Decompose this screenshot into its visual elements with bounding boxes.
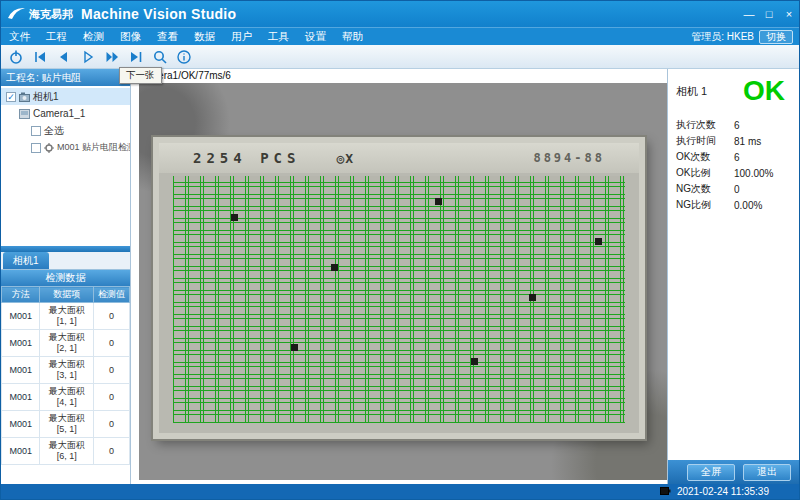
- table-row[interactable]: M001最大面积 [5, 1]0: [2, 411, 130, 438]
- menu-item-inspect[interactable]: 检测: [75, 28, 112, 45]
- menu-item-settings[interactable]: 设置: [297, 28, 334, 45]
- table-cell: M001: [2, 330, 40, 357]
- logo-icon: [6, 5, 26, 23]
- table-cell: 最大面积 [1, 1]: [40, 303, 94, 330]
- board-top-strip: 2254 PCS ◎X 8894-88: [159, 143, 639, 173]
- tree-item-m001[interactable]: M001 贴片电阻检测: [1, 139, 130, 156]
- table-cell: 0: [94, 411, 130, 438]
- stat-label: 执行时间: [676, 134, 734, 148]
- toolbar: 下一张: [1, 45, 799, 69]
- detection-table-body: M001最大面积 [1, 1]0M001最大面积 [2, 1]0M001最大面积…: [2, 303, 130, 465]
- column-header-item: 数据项: [40, 287, 94, 303]
- menu-item-data[interactable]: 数据: [186, 28, 223, 45]
- tree-item-camera1[interactable]: ✓ 相机1: [1, 88, 130, 105]
- project-header: 工程名: 贴片电阻: [1, 69, 130, 86]
- tape-hole: [331, 264, 338, 271]
- table-row[interactable]: M001最大面积 [2, 1]0: [2, 330, 130, 357]
- run-icon[interactable]: [77, 47, 99, 67]
- table-cell: 最大面积 [2, 1]: [40, 330, 94, 357]
- window-controls: — □ ×: [739, 4, 799, 24]
- table-cell: 最大面积 [6, 1]: [40, 438, 94, 465]
- table-cell: M001: [2, 384, 40, 411]
- prev-frame-icon[interactable]: [53, 47, 75, 67]
- checkbox-checked-icon[interactable]: ✓: [6, 92, 16, 102]
- tooltip-next-image: 下一张: [119, 67, 162, 84]
- result-button-bar: 全屏 退出: [668, 460, 799, 484]
- detection-table-wrap: 方法 数据项 检测值 M001最大面积 [1, 1]0M001最大面积 [2, …: [1, 286, 130, 484]
- stat-label: OK比例: [676, 166, 734, 180]
- menu-item-image[interactable]: 图像: [112, 28, 149, 45]
- menu-item-tools[interactable]: 工具: [260, 28, 297, 45]
- tape-hole: [435, 198, 442, 205]
- menu-item-project[interactable]: 工程: [38, 28, 75, 45]
- tape-hole: [595, 238, 602, 245]
- table-cell: 最大面积 [4, 1]: [40, 384, 94, 411]
- menubar-right: 管理员: HKEB 切换: [691, 30, 799, 44]
- camera-icon: [19, 92, 30, 102]
- checkbox-empty-icon[interactable]: [31, 126, 41, 136]
- first-frame-icon[interactable]: [29, 47, 51, 67]
- tab-camera1[interactable]: 相机1: [3, 252, 49, 269]
- menubar: 文件 工程 检测 图像 查看 数据 用户 工具 设置 帮助 管理员: HKEB …: [1, 27, 799, 45]
- column-header-method: 方法: [2, 287, 40, 303]
- tape-hole: [529, 294, 536, 301]
- stat-ng-ratio: NG比例 0.00%: [676, 197, 799, 213]
- table-cell: M001: [2, 303, 40, 330]
- menu-item-help[interactable]: 帮助: [334, 28, 371, 45]
- result-panel: 相机 1 OK 执行次数 6 执行时间 81 ms OK次数 6 OK比例: [667, 69, 799, 484]
- switch-user-button[interactable]: 切换: [759, 30, 793, 44]
- exit-button[interactable]: 退出: [743, 464, 791, 481]
- stat-value: 6: [734, 152, 799, 163]
- stat-run-time: 执行时间 81 ms: [676, 133, 799, 149]
- main-area: 工程名: 贴片电阻 ✓ 相机1 Camera1_1 全: [1, 69, 799, 484]
- stat-value: 6: [734, 120, 799, 131]
- tree-item-label: 全选: [44, 124, 64, 138]
- table-row[interactable]: M001最大面积 [1, 1]0: [2, 303, 130, 330]
- detection-table: 方法 数据项 检测值 M001最大面积 [1, 1]0M001最大面积 [2, …: [1, 286, 130, 465]
- gear-icon: [44, 143, 54, 153]
- table-cell: M001: [2, 438, 40, 465]
- app-window: 海克易邦 Machine Vision Studio — □ × 文件 工程 检…: [0, 0, 800, 500]
- tape-hole: [291, 344, 298, 351]
- zoom-icon[interactable]: [149, 47, 171, 67]
- tape-hole: [231, 214, 238, 221]
- device-icon: [660, 486, 671, 498]
- power-icon[interactable]: [5, 47, 27, 67]
- menu-item-view[interactable]: 查看: [149, 28, 186, 45]
- image-viewport[interactable]: 2254 PCS ◎X 8894-88: [139, 83, 667, 480]
- stat-label: NG比例: [676, 198, 734, 212]
- minimize-button[interactable]: —: [739, 4, 759, 24]
- close-button[interactable]: ×: [779, 4, 799, 24]
- next-frame-icon[interactable]: [101, 47, 123, 67]
- viewer-status: Camera1/OK/77ms/6: [131, 69, 667, 83]
- fullscreen-button[interactable]: 全屏: [687, 464, 735, 481]
- table-row[interactable]: M001最大面积 [3, 1]0: [2, 357, 130, 384]
- checkbox-empty-icon[interactable]: [31, 143, 41, 153]
- table-cell: 0: [94, 303, 130, 330]
- stat-ng-count: NG次数 0: [676, 181, 799, 197]
- info-icon[interactable]: [173, 47, 195, 67]
- maximize-button[interactable]: □: [759, 4, 779, 24]
- tree-item-select-all[interactable]: 全选: [1, 122, 130, 139]
- tree-item-camera1-1[interactable]: Camera1_1: [1, 105, 130, 122]
- stat-run-count: 执行次数 6: [676, 117, 799, 133]
- table-row[interactable]: M001最大面积 [4, 1]0: [2, 384, 130, 411]
- table-cell: 0: [94, 357, 130, 384]
- stat-label: 执行次数: [676, 118, 734, 132]
- menu-item-file[interactable]: 文件: [1, 28, 38, 45]
- detection-data-header: 检测数据: [1, 270, 130, 286]
- logo-text: 海克易邦: [29, 7, 73, 22]
- tape-hole: [471, 358, 478, 365]
- menu-item-user[interactable]: 用户: [223, 28, 260, 45]
- stat-value: 81 ms: [734, 136, 799, 147]
- stat-label: NG次数: [676, 182, 734, 196]
- last-frame-icon[interactable]: [125, 47, 147, 67]
- admin-label: 管理员: HKEB: [691, 30, 754, 44]
- app-logo: 海克易邦: [1, 5, 81, 23]
- table-row[interactable]: M001最大面积 [6, 1]0: [2, 438, 130, 465]
- stat-ok-count: OK次数 6: [676, 149, 799, 165]
- project-tree: ✓ 相机1 Camera1_1 全选: [1, 86, 130, 246]
- titlebar: 海克易邦 Machine Vision Studio — □ ×: [1, 1, 799, 27]
- table-header-row: 方法 数据项 检测值: [2, 287, 130, 303]
- result-status: OK: [743, 77, 785, 105]
